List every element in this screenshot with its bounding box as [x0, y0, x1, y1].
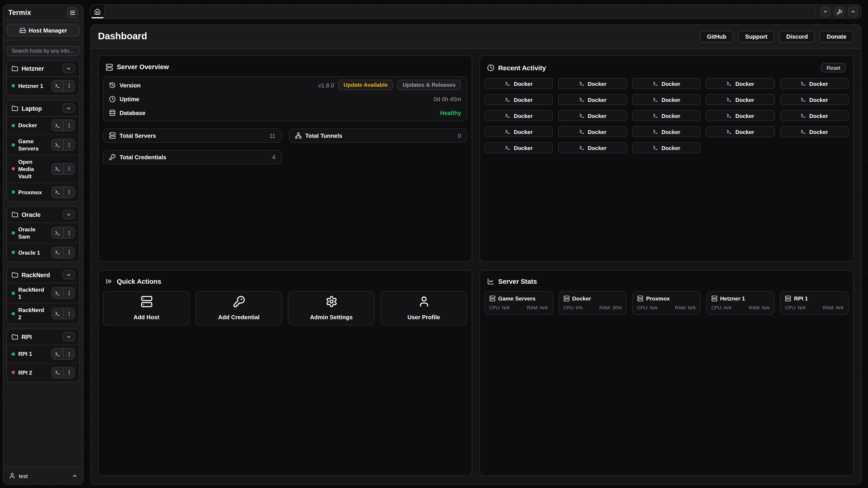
host-action-group — [52, 247, 75, 258]
activity-item-button[interactable]: Docker — [706, 94, 775, 105]
open-terminal-button[interactable] — [52, 308, 63, 319]
host-row[interactable]: Hetzner 1 — [7, 76, 79, 95]
terminal-icon — [55, 123, 60, 128]
user-profile-button[interactable]: User Profile — [380, 291, 467, 325]
server-stat-ram: RAM: N/A — [823, 304, 844, 310]
server-stat-card[interactable]: Game Servers CPU: N/A RAM: N/A — [485, 291, 553, 315]
activity-item-button[interactable]: Docker — [558, 110, 627, 121]
open-terminal-button[interactable] — [52, 120, 63, 131]
host-menu-button[interactable] — [63, 367, 74, 378]
scroll-tabs-up-button[interactable] — [848, 6, 858, 17]
server-stats-panel: Server Stats Game Servers CPU: N/A RAM: … — [479, 270, 854, 476]
github-button[interactable]: GitHub — [700, 31, 734, 42]
open-terminal-button[interactable] — [52, 288, 63, 298]
group-collapse-button[interactable] — [63, 103, 75, 113]
tools-button[interactable] — [834, 6, 844, 17]
activity-item-button[interactable]: Docker — [558, 78, 627, 89]
activity-item-button[interactable]: Docker — [558, 142, 627, 153]
activity-item-button[interactable]: Docker — [780, 94, 849, 105]
server-stat-card[interactable]: Hetzner 1 CPU: N/A RAM: N/A — [706, 291, 775, 315]
reset-button[interactable]: Reset — [821, 63, 846, 72]
server-stat-card[interactable]: Proxmox CPU: N/A RAM: N/A — [632, 291, 701, 315]
sidebar-menu-button[interactable] — [67, 7, 78, 18]
admin-settings-button[interactable]: Admin Settings — [288, 291, 375, 325]
user-menu[interactable]: test — [3, 467, 83, 484]
activity-item-button[interactable]: Docker — [632, 110, 701, 121]
host-row[interactable]: RPI 1 — [7, 345, 79, 363]
host-menu-button[interactable] — [63, 247, 74, 258]
activity-item-button[interactable]: Docker — [485, 110, 553, 121]
server-stat-card[interactable]: RPI 1 CPU: N/A RAM: N/A — [780, 291, 849, 315]
open-terminal-button[interactable] — [52, 349, 63, 359]
activity-item-button[interactable]: Docker — [632, 142, 701, 153]
activity-item-button[interactable]: Docker — [485, 142, 553, 153]
activity-item-button[interactable]: Docker — [558, 94, 627, 105]
host-row[interactable]: Open Media Vault — [7, 155, 79, 183]
host-row[interactable]: Proxmox — [7, 183, 79, 201]
activity-item-button[interactable]: Docker — [558, 126, 627, 137]
open-terminal-button[interactable] — [52, 139, 63, 150]
group-collapse-button[interactable] — [63, 64, 75, 73]
activity-item-button[interactable]: Docker — [780, 78, 849, 89]
support-button[interactable]: Support — [738, 31, 775, 42]
host-group-header[interactable]: RackNerd — [7, 267, 79, 283]
activity-item-button[interactable]: Docker — [485, 78, 553, 89]
host-group-header[interactable]: Laptop — [7, 100, 79, 116]
activity-item-button[interactable]: Docker — [485, 126, 553, 137]
activity-item-button[interactable]: Docker — [485, 94, 553, 105]
activity-item-button[interactable]: Docker — [632, 126, 701, 137]
host-menu-button[interactable] — [63, 164, 74, 174]
host-group-header[interactable]: RPI — [7, 329, 79, 345]
scroll-tabs-down-button[interactable] — [820, 6, 830, 17]
open-terminal-button[interactable] — [52, 367, 63, 378]
activity-item-button[interactable]: Docker — [632, 78, 701, 89]
group-collapse-button[interactable] — [63, 210, 75, 219]
search-input[interactable] — [6, 46, 80, 56]
host-row[interactable]: RackNerd 1 — [7, 283, 79, 304]
group-collapse-button[interactable] — [63, 332, 75, 341]
kebab-menu-icon — [66, 166, 72, 171]
terminal-icon — [55, 230, 60, 235]
open-terminal-button[interactable] — [52, 80, 63, 91]
server-stats-header: Server Stats — [485, 275, 848, 291]
open-terminal-button[interactable] — [52, 247, 63, 258]
group-collapse-button[interactable] — [63, 270, 75, 280]
activity-item-button[interactable]: Docker — [780, 126, 849, 137]
activity-item-button[interactable]: Docker — [706, 110, 775, 121]
host-group-header[interactable]: Oracle — [7, 207, 79, 223]
host-menu-button[interactable] — [63, 187, 74, 197]
update-available-button[interactable]: Update Available — [338, 80, 393, 90]
activity-item-button[interactable]: Docker — [780, 110, 849, 121]
host-menu-button[interactable] — [63, 228, 74, 238]
host-menu-button[interactable] — [63, 349, 74, 359]
add-host-button[interactable]: Add Host — [103, 291, 190, 325]
server-stat-card[interactable]: Docker CPU: 6% RAM: 30% — [558, 291, 627, 315]
host-name: RackNerd 1 — [18, 286, 48, 300]
host-menu-button[interactable] — [63, 308, 74, 319]
host-group: Hetzner Hetzner 1 — [6, 60, 80, 96]
host-menu-button[interactable] — [63, 120, 74, 131]
host-menu-button[interactable] — [63, 80, 74, 91]
tab-home[interactable] — [91, 5, 105, 18]
open-terminal-button[interactable] — [52, 187, 63, 197]
host-row[interactable]: RackNerd 2 — [7, 303, 79, 323]
add-credential-button[interactable]: Add Credential — [195, 291, 282, 325]
discord-button[interactable]: Discord — [779, 31, 815, 42]
host-row[interactable]: Game Servers — [7, 135, 79, 155]
host-row[interactable]: Docker — [7, 117, 79, 135]
host-menu-button[interactable] — [63, 139, 74, 150]
host-menu-button[interactable] — [63, 288, 74, 298]
activity-item-button[interactable]: Docker — [706, 78, 775, 89]
activity-item-button[interactable]: Docker — [632, 94, 701, 105]
host-row[interactable]: Oracle Sam — [7, 223, 79, 243]
updates-releases-button[interactable]: Updates & Releases — [397, 80, 461, 90]
host-manager-button[interactable]: Host Manager — [6, 24, 80, 36]
host-row[interactable]: Oracle 1 — [7, 243, 79, 261]
donate-button[interactable]: Donate — [819, 31, 854, 42]
activity-item-button[interactable]: Docker — [706, 126, 775, 137]
open-terminal-button[interactable] — [52, 164, 63, 174]
open-terminal-button[interactable] — [52, 228, 63, 238]
host-group-header[interactable]: Hetzner — [7, 61, 79, 76]
terminal-icon — [800, 97, 806, 102]
host-row[interactable]: RPI 2 — [7, 363, 79, 382]
